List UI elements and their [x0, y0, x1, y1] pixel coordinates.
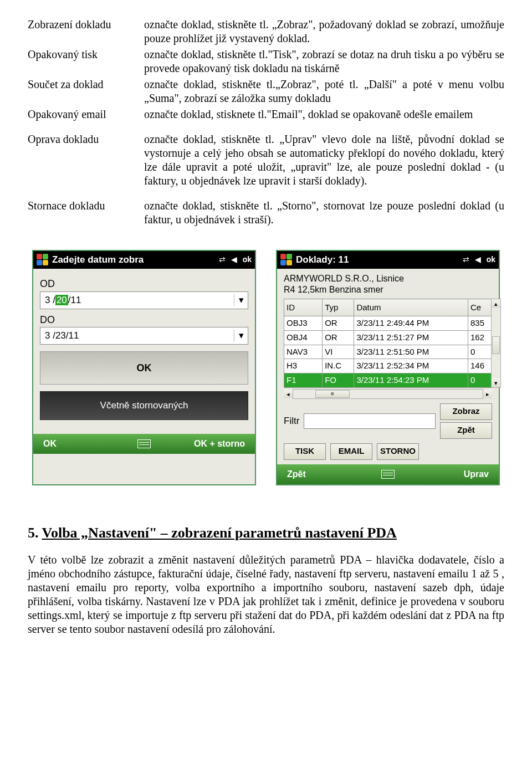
- definition-term: Opakovaný tisk: [28, 47, 144, 76]
- softkey-left[interactable]: OK: [43, 438, 57, 449]
- filter-input[interactable]: [304, 413, 436, 429]
- softkey-right[interactable]: Uprav: [464, 469, 489, 480]
- customer-header: ARMYWORLD S.R.O., Lisnice R4 12,5km Benz…: [279, 272, 497, 299]
- keyboard-icon[interactable]: [137, 439, 151, 448]
- section-paragraph: V této volbě lze zobrazit a změnit nasta…: [28, 553, 504, 636]
- softkey-left[interactable]: Zpět: [287, 469, 306, 480]
- table-row[interactable]: F1FO3/23/11 2:54:23 PM0: [284, 373, 492, 388]
- connectivity-icon[interactable]: ⇄: [219, 255, 226, 265]
- definition-description: označte doklad, stiskněte tl.„Zobraz", p…: [144, 76, 504, 106]
- chevron-right-icon[interactable]: ▸: [483, 390, 492, 398]
- chevron-up-icon[interactable]: ▴: [492, 299, 500, 308]
- table-header-cell[interactable]: Ce: [468, 299, 492, 316]
- pda-screenshot-date: Zadejte datum zobra ⇄ ◀ ok OD 3 /20/11 ▾…: [32, 250, 256, 485]
- definition-term: Součet za doklad: [28, 76, 144, 106]
- selected-day: 20: [55, 295, 68, 305]
- documents-table[interactable]: IDTypDatumCe OBJ3OR3/23/11 2:49:44 PM835…: [284, 299, 492, 388]
- definition-row: Opakovaný emailoznačte doklad, stisknete…: [28, 106, 504, 122]
- table-row[interactable]: H3IN.C3/23/11 2:52:34 PM146: [284, 359, 492, 373]
- volume-icon[interactable]: ◀: [475, 255, 481, 265]
- definition-row: Zobrazení dokladuoznačte doklad, stiskně…: [28, 17, 504, 47]
- soft-key-bar: Zpět Uprav: [277, 464, 499, 484]
- definition-description: označte doklad, stiskněte tl. „Uprav" vl…: [144, 131, 504, 189]
- table-header-cell[interactable]: Typ: [323, 299, 354, 316]
- table-header-cell[interactable]: ID: [284, 299, 323, 316]
- table-row[interactable]: OBJ4OR3/23/11 2:51:27 PM162: [284, 330, 492, 345]
- softkey-right[interactable]: OK + storno: [194, 438, 245, 449]
- connectivity-icon[interactable]: ⇄: [463, 255, 469, 265]
- chevron-down-icon[interactable]: ▾: [234, 294, 248, 306]
- definition-row: Opakovaný tiskoznačte doklad, stiskněte …: [28, 47, 504, 76]
- pda-screenshot-documents: Doklady: 11 ⇄ ◀ ok ARMYWORLD S.R.O., Lis…: [276, 250, 500, 485]
- include-cancelled-button[interactable]: Včetně stornovaných: [40, 391, 248, 420]
- definition-term: Oprava dokladu: [28, 131, 144, 189]
- start-icon[interactable]: [280, 254, 293, 266]
- window-title: Doklady: 11: [296, 254, 459, 265]
- definition-description: označte doklad, stiskněte tl."Tisk", zob…: [144, 47, 504, 76]
- to-label: DO: [40, 314, 248, 326]
- vertical-scrollbar[interactable]: ▴ ▾: [491, 299, 501, 388]
- ok-button[interactable]: ok: [487, 255, 495, 265]
- definition-description: označte doklad, stisknete tl."Email", do…: [144, 106, 504, 122]
- definition-term: Stornace dokladu: [28, 198, 144, 228]
- ok-button[interactable]: ok: [243, 255, 252, 265]
- definition-description: označte doklad, stiskněte tl. „Zobraz", …: [144, 17, 504, 47]
- keyboard-icon[interactable]: [381, 470, 395, 479]
- table-row[interactable]: NAV3VI3/23/11 2:51:50 PM0: [284, 345, 492, 359]
- start-icon[interactable]: [37, 254, 49, 266]
- documents-table-wrap: IDTypDatumCe OBJ3OR3/23/11 2:49:44 PM835…: [279, 299, 497, 388]
- definition-term: Zobrazení dokladu: [28, 17, 144, 47]
- scroll-thumb[interactable]: ≡: [315, 390, 350, 398]
- from-label: OD: [40, 278, 248, 290]
- email-button[interactable]: EMAIL: [330, 443, 372, 460]
- definition-description: označte doklad, stiskněte tl. „Storno", …: [144, 198, 504, 228]
- zpet-button[interactable]: Zpět: [440, 422, 492, 439]
- chevron-down-icon[interactable]: ▾: [234, 330, 248, 341]
- soft-key-bar: OK OK + storno: [33, 434, 255, 454]
- filter-label: Filtr: [284, 415, 299, 427]
- section-heading: 5. Volba „Nastavení" – zobrazení paramet…: [28, 524, 504, 542]
- scroll-thumb[interactable]: [492, 336, 500, 354]
- zobraz-button[interactable]: Zobraz: [440, 403, 492, 420]
- definition-row: Stornace dokladuoznačte doklad, stisknět…: [28, 198, 504, 228]
- document-page: Zobrazení dokladuoznačte doklad, stiskně…: [0, 0, 532, 669]
- definition-term: Opakovaný email: [28, 106, 144, 122]
- volume-icon[interactable]: ◀: [231, 255, 237, 265]
- table-row[interactable]: OBJ3OR3/23/11 2:49:44 PM835: [284, 316, 492, 331]
- ok-big-button[interactable]: OK: [40, 351, 248, 385]
- from-date-input[interactable]: 3 /20/11 ▾: [40, 291, 248, 309]
- tisk-button[interactable]: TISK: [284, 443, 326, 460]
- table-header-cell[interactable]: Datum: [354, 299, 468, 316]
- chevron-down-icon[interactable]: ▾: [492, 378, 500, 387]
- definition-row: Součet za dokladoznačte doklad, stisknět…: [28, 76, 504, 106]
- definition-list: Zobrazení dokladuoznačte doklad, stiskně…: [28, 17, 504, 228]
- horizontal-scrollbar[interactable]: ◂ ≡ ▸: [284, 389, 492, 399]
- title-bar: Zadejte datum zobra ⇄ ◀ ok: [33, 251, 255, 269]
- definition-row: Oprava dokladuoznačte doklad, stiskněte …: [28, 131, 504, 189]
- screenshots-row: Zadejte datum zobra ⇄ ◀ ok OD 3 /20/11 ▾…: [28, 250, 504, 485]
- title-bar: Doklady: 11 ⇄ ◀ ok: [277, 251, 499, 269]
- window-title: Zadejte datum zobra: [52, 254, 216, 265]
- chevron-left-icon[interactable]: ◂: [284, 390, 293, 398]
- to-date-input[interactable]: 3 /23/11 ▾: [40, 327, 248, 345]
- storno-button[interactable]: STORNO: [377, 443, 419, 460]
